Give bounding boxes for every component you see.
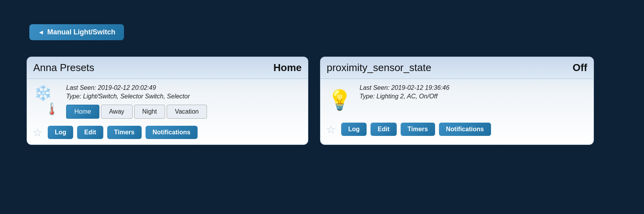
selector-home-button[interactable]: Home: [66, 105, 99, 119]
card2-edit-button[interactable]: Edit: [371, 123, 396, 136]
card2-log-button[interactable]: Log: [341, 123, 367, 136]
card1-icon: ❄️ 🌡️: [32, 84, 60, 116]
back-button[interactable]: ◄ Manual Light/Switch: [29, 24, 124, 40]
selector-night-button[interactable]: Night: [134, 105, 165, 119]
card1-title: Anna Presets: [33, 62, 94, 74]
back-arrow-icon: ◄: [38, 29, 44, 36]
card2-last-seen: Last Seen: 2019-02-12 19:36:46: [360, 84, 588, 91]
card1-edit-button[interactable]: Edit: [77, 126, 103, 139]
last-seen-label2: Last Seen:: [360, 84, 390, 91]
type-label: Type:: [66, 93, 81, 100]
card2-icon: 💡: [326, 84, 353, 116]
card1-last-seen: Last Seen: 2019-02-12 20:02:49: [66, 84, 302, 91]
card2-notifications-button[interactable]: Notifications: [439, 123, 491, 136]
card1-notifications-button[interactable]: Notifications: [146, 126, 198, 139]
card1-star-icon[interactable]: ☆: [32, 126, 42, 139]
card1-body: ❄️ 🌡️ Last Seen: 2019-02-12 20:02:49 Typ…: [27, 79, 308, 122]
card2-timers-button[interactable]: Timers: [401, 123, 435, 136]
card2-type: Type: Lighting 2, AC, On/Off: [360, 93, 588, 100]
card1-last-seen-value: 2019-02-12 20:02:49: [98, 84, 156, 91]
last-seen-label: Last Seen:: [66, 84, 96, 91]
card1-footer: ☆ Log Edit Timers Notifications: [27, 122, 308, 144]
card1-type: Type: Light/Switch, Selector Switch, Sel…: [66, 93, 302, 100]
card2-star-icon[interactable]: ☆: [326, 123, 336, 136]
cards-container: Anna Presets Home ❄️ 🌡️ Last Seen: 2019-…: [27, 57, 594, 145]
card2-title: proximity_sensor_state: [327, 62, 431, 74]
card1-header: Anna Presets Home: [27, 57, 308, 79]
card2-status: Off: [572, 62, 587, 74]
type-label2: Type:: [360, 93, 375, 100]
card2-type-value: Lighting 2, AC, On/Off: [376, 93, 437, 100]
card1-type-value: Light/Switch, Selector Switch, Selector: [83, 93, 190, 100]
card2-body: 💡 Last Seen: 2019-02-12 19:36:46 Type: L…: [320, 79, 594, 119]
snowflake-icon: ❄️: [34, 84, 52, 102]
card2-last-seen-value: 2019-02-12 19:36:46: [391, 84, 450, 91]
selector-vacation-button[interactable]: Vacation: [167, 105, 207, 119]
card2-info: Last Seen: 2019-02-12 19:36:46 Type: Lig…: [360, 84, 588, 102]
card1-status: Home: [273, 62, 302, 74]
card1-info: Last Seen: 2019-02-12 20:02:49 Type: Lig…: [66, 84, 302, 119]
card1-timers-button[interactable]: Timers: [107, 126, 142, 139]
card1-log-button[interactable]: Log: [48, 126, 73, 139]
back-button-label: Manual Light/Switch: [47, 28, 115, 36]
proximity-sensor-card: proximity_sensor_state Off 💡 Last Seen: …: [320, 57, 594, 145]
thermometer-icon: 🌡️: [45, 102, 59, 116]
card2-footer: ☆ Log Edit Timers Notifications: [320, 119, 594, 141]
card1-selector-buttons: Home Away Night Vacation: [66, 105, 302, 119]
card2-header: proximity_sensor_state Off: [320, 57, 594, 79]
selector-away-button[interactable]: Away: [101, 105, 133, 119]
anna-presets-card: Anna Presets Home ❄️ 🌡️ Last Seen: 2019-…: [27, 57, 308, 145]
bulb-icon: 💡: [327, 89, 352, 111]
